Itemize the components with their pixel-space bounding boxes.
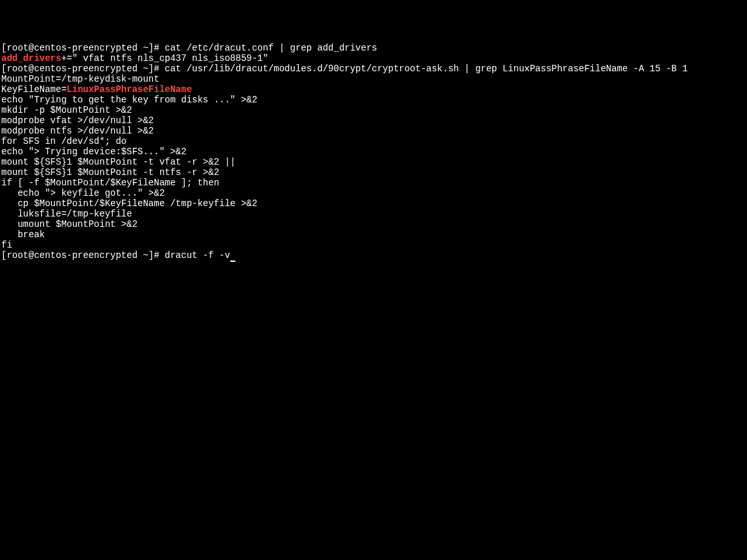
terminal-line: modprobe vfat >/dev/null >&2 (1, 115, 746, 126)
terminal-line: if [ -f $MountPoint/$KeyFileName ]; then (1, 178, 746, 188)
terminal-screen[interactable]: [root@centos-preencrypted ~]# cat /etc/d… (1, 43, 746, 560)
terminal-line: [root@centos-preencrypted ~]# dracut -f … (1, 250, 746, 262)
grep-match: LinuxPassPhraseFileName (67, 84, 192, 95)
terminal-line: cp $MountPoint/$KeyFileName /tmp-keyfile… (1, 198, 746, 209)
terminal-line: umount $MountPoint >&2 (1, 219, 746, 229)
terminal-line: mkdir -p $MountPoint >&2 (1, 105, 746, 115)
terminal-line: echo "Trying to get the key from disks .… (1, 95, 746, 105)
prompt-line: [root@centos-preencrypted ~]# dracut -f … (1, 250, 230, 261)
terminal-line: MountPoint=/tmp-keydisk-mount (1, 74, 746, 84)
terminal-line: [root@centos-preencrypted ~]# cat /etc/d… (1, 43, 746, 53)
terminal-line: echo "> Trying device:$SFS..." >&2 (1, 146, 746, 157)
terminal-line: mount ${SFS}1 $MountPoint -t ntfs -r >&2 (1, 167, 746, 178)
terminal-line: mount ${SFS}1 $MountPoint -t vfat -r >&2… (1, 157, 746, 167)
terminal-line: for SFS in /dev/sd*; do (1, 136, 746, 146)
grep-match: add_drivers (1, 53, 61, 64)
text-segment: KeyFileName= (1, 84, 67, 95)
cursor-icon (230, 250, 235, 262)
terminal-line: break (1, 229, 746, 240)
terminal-line: modprobe ntfs >/dev/null >&2 (1, 126, 746, 136)
text-segment: +=" vfat ntfs nls_cp437 nls_iso8859-1" (61, 53, 268, 64)
terminal-line: add_drivers+=" vfat ntfs nls_cp437 nls_i… (1, 53, 746, 64)
terminal-line: echo "> keyfile got..." >&2 (1, 188, 746, 198)
terminal-line: fi (1, 240, 746, 250)
terminal-line: KeyFileName=LinuxPassPhraseFileName (1, 84, 746, 95)
terminal-line: luksfile=/tmp-keyfile (1, 209, 746, 219)
terminal-line: [root@centos-preencrypted ~]# cat /usr/l… (1, 64, 746, 74)
